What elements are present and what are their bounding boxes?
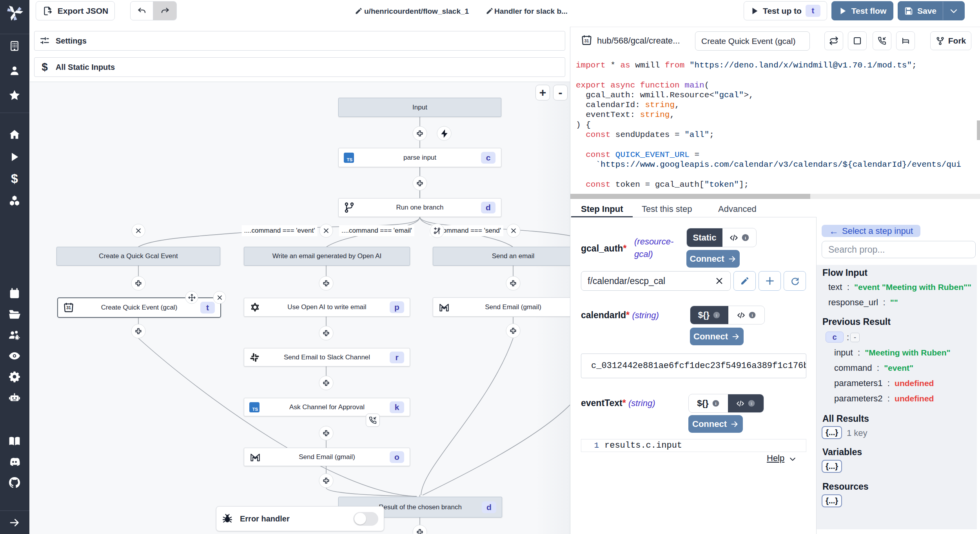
svg-text:i: i — [715, 401, 716, 406]
svg-text:i: i — [716, 313, 717, 317]
svg-text:31: 31 — [66, 305, 71, 310]
svg-text:TS: TS — [347, 157, 352, 162]
svg-text:31: 31 — [584, 39, 589, 43]
svg-text:TS: TS — [252, 406, 258, 411]
svg-text:i: i — [751, 313, 753, 317]
svg-text:i: i — [751, 401, 752, 406]
svg-text:i: i — [744, 235, 746, 240]
